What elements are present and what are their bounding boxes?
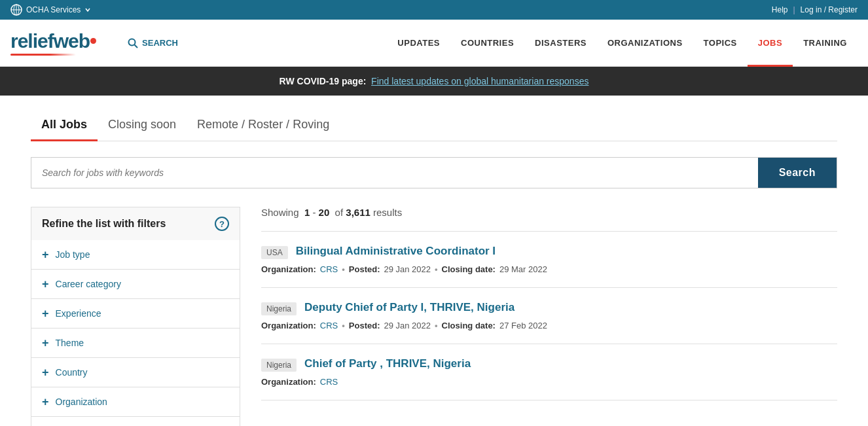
filter-item-job-type[interactable]: + Job type <box>31 240 240 270</box>
results-count: Showing 1 - 20 of 3,611 results <box>261 207 837 218</box>
job-listing-3: Nigeria Chief of Party , THRIVE, Nigeria… <box>261 344 837 400</box>
dropdown-chevron-icon <box>84 7 91 13</box>
bullet-1b: • <box>435 264 438 274</box>
results-area: Showing 1 - 20 of 3,611 results USA Bili… <box>261 207 837 426</box>
job-meta-3: Organization: CRS <box>261 377 837 387</box>
filter-item-organization[interactable]: + Organization <box>31 387 240 417</box>
logo-underline <box>10 54 76 56</box>
range-start: 1 <box>304 207 310 218</box>
filter-plus-icon-2: + <box>42 278 49 290</box>
org-name-3[interactable]: CRS <box>320 377 338 387</box>
nav-link-organizations[interactable]: ORGANIZATIONS <box>597 20 693 67</box>
search-input[interactable] <box>31 158 758 188</box>
filter-label-country: Country <box>56 367 88 378</box>
range-sep: - <box>310 207 318 218</box>
filters-help-icon[interactable]: ? <box>215 217 229 231</box>
nav-item-countries[interactable]: COUNTRIES <box>450 20 524 67</box>
logo-text: reliefweb <box>10 30 90 52</box>
org-label-3: Organization: <box>261 377 316 387</box>
divider: | <box>793 5 795 14</box>
showing-text: Showing <box>261 207 299 218</box>
tab-closing-soon[interactable]: Closing soon <box>98 111 187 141</box>
results-text: results <box>373 207 402 218</box>
filter-item-experience[interactable]: + Experience <box>31 299 240 328</box>
org-name-2[interactable]: CRS <box>320 321 338 330</box>
svg-line-5 <box>135 44 138 48</box>
filter-item-career-category[interactable]: + Career category <box>31 270 240 299</box>
svg-point-4 <box>129 39 136 45</box>
job-header-2: Nigeria Deputy Chief of Party I, THRIVE,… <box>261 301 837 315</box>
nav-link-updates[interactable]: UPDATES <box>387 20 450 67</box>
login-link[interactable]: Log in / Register <box>801 5 858 14</box>
main-layout: Refine the list with filters ? + Job typ… <box>31 207 837 426</box>
nav-link-disasters[interactable]: DISASTERS <box>524 20 597 67</box>
posted-date-2: 29 Jan 2022 <box>384 321 431 330</box>
range-end: 20 <box>319 207 330 218</box>
job-title-2[interactable]: Deputy Chief of Party I, THRIVE, Nigeria <box>304 301 515 314</box>
top-bar: OCHA Services Help | Log in / Register <box>0 0 868 20</box>
reliefweb-logo[interactable]: reliefweb <box>10 30 96 56</box>
closing-date-1: 29 Mar 2022 <box>499 264 547 274</box>
main-nav: reliefweb SEARCH UPDATES COUNTRIES DISAS… <box>0 20 868 67</box>
tab-all-jobs[interactable]: All Jobs <box>31 111 98 141</box>
filter-plus-icon-4: + <box>42 337 49 349</box>
nav-link-jobs[interactable]: JOBS <box>748 20 793 67</box>
nav-search-label: SEARCH <box>142 38 178 48</box>
nav-link-countries[interactable]: COUNTRIES <box>450 20 524 67</box>
nav-item-disasters[interactable]: DISASTERS <box>524 20 597 67</box>
closing-label-1: Closing date: <box>442 264 496 274</box>
tab-remote-roster[interactable]: Remote / Roster / Roving <box>187 111 340 141</box>
nav-item-training[interactable]: TRAINING <box>793 20 858 67</box>
posted-label-2: Posted: <box>349 321 380 330</box>
nav-item-organizations[interactable]: ORGANIZATIONS <box>597 20 693 67</box>
nav-item-updates[interactable]: UPDATES <box>387 20 450 67</box>
top-bar-left: OCHA Services <box>10 4 91 16</box>
bullet-2b: • <box>435 321 438 330</box>
filters-title: Refine the list with filters <box>42 218 166 230</box>
posted-date-1: 29 Jan 2022 <box>384 264 431 274</box>
filter-item-country[interactable]: + Country <box>31 358 240 387</box>
nav-link-topics[interactable]: TOPICS <box>693 20 748 67</box>
covid-prefix: RW COVID-19 page: <box>280 76 367 86</box>
search-nav-icon <box>128 38 138 48</box>
nav-item-jobs[interactable]: JOBS <box>748 20 793 67</box>
org-label-2: Organization: <box>261 321 316 330</box>
job-header-3: Nigeria Chief of Party , THRIVE, Nigeria <box>261 357 837 372</box>
nav-item-topics[interactable]: TOPICS <box>693 20 748 67</box>
filters-header: Refine the list with filters ? <box>31 207 240 240</box>
job-title-3[interactable]: Chief of Party , THRIVE, Nigeria <box>304 357 471 370</box>
bullet-2a: • <box>342 321 345 330</box>
filter-label-career-category: Career category <box>56 279 121 289</box>
logo-dot <box>90 38 96 44</box>
job-listing-1: USA Bilingual Administrative Coordinator… <box>261 231 837 287</box>
filter-label-theme: Theme <box>56 338 84 348</box>
closing-date-2: 27 Feb 2022 <box>499 321 547 330</box>
covid-link[interactable]: Find latest updates on global humanitari… <box>371 76 588 86</box>
filter-plus-icon: + <box>42 249 49 260</box>
page-content: All Jobs Closing soon Remote / Roster / … <box>15 96 853 426</box>
org-name-1[interactable]: CRS <box>320 264 338 274</box>
filter-item-theme[interactable]: + Theme <box>31 328 240 358</box>
logo-container: reliefweb <box>10 30 96 56</box>
filters-sidebar: Refine the list with filters ? + Job typ… <box>31 207 240 426</box>
search-bar-container: Search <box>31 157 837 188</box>
un-globe-icon <box>10 4 22 16</box>
filter-label-experience: Experience <box>56 308 101 319</box>
filter-item-organization-type[interactable]: + Organization type <box>31 417 240 426</box>
job-title-1[interactable]: Bilingual Administrative Coordinator I <box>296 245 496 258</box>
filter-label-organization: Organization <box>56 397 107 407</box>
job-listing-2: Nigeria Deputy Chief of Party I, THRIVE,… <box>261 287 837 344</box>
filter-plus-icon-5: + <box>42 366 49 378</box>
org-label-1: Organization: <box>261 264 316 274</box>
of-text: of <box>335 207 344 218</box>
country-badge-2: Nigeria <box>261 302 297 315</box>
top-bar-right: Help | Log in / Register <box>772 5 858 14</box>
job-meta-1: Organization: CRS • Posted: 29 Jan 2022 … <box>261 264 837 274</box>
help-link[interactable]: Help <box>772 5 788 14</box>
filter-label-job-type: Job type <box>56 249 90 260</box>
search-button[interactable]: Search <box>758 158 837 188</box>
org-label: OCHA Services <box>26 5 81 14</box>
nav-search-button[interactable]: SEARCH <box>117 20 189 67</box>
nav-link-training[interactable]: TRAINING <box>793 20 858 67</box>
job-meta-2: Organization: CRS • Posted: 29 Jan 2022 … <box>261 321 837 330</box>
